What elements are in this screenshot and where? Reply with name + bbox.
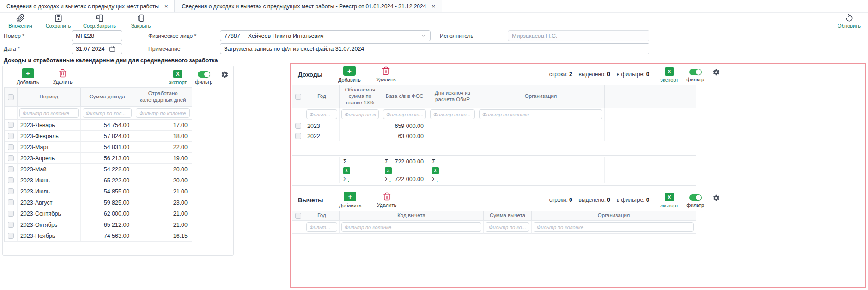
row-checkbox[interactable]: [8, 177, 14, 183]
close-button[interactable]: Закрыть: [128, 14, 154, 30]
column-header-organization[interactable]: Организация: [532, 211, 696, 220]
table-row[interactable]: 2023-Август 59 825.00 23.00: [5, 197, 192, 208]
row-checkbox[interactable]: [8, 133, 14, 139]
column-header-days[interactable]: Отработано календарных дней: [134, 88, 192, 106]
filter-input-deduction-sum[interactable]: [486, 222, 529, 232]
row-checkbox[interactable]: [8, 233, 14, 239]
row-checkbox[interactable]: [8, 199, 14, 205]
row-checkbox[interactable]: [8, 222, 14, 228]
save-button[interactable]: Сохранить: [45, 14, 71, 30]
table-row[interactable]: 2023-Октябрь 65 212.00 21.00: [5, 219, 192, 230]
add-row-button[interactable]: + Добавить: [17, 68, 39, 85]
filter-input-income[interactable]: [83, 108, 132, 118]
filter-toggle-button[interactable]: фильтр: [195, 70, 212, 85]
main-toolbar: Вложения Сохранить Сохр.Закрыть Закрыть: [0, 13, 868, 30]
deductions-delete-button[interactable]: Удалить: [377, 192, 396, 208]
filter-toggle[interactable]: [198, 71, 210, 78]
tab-close-icon[interactable]: ×: [164, 3, 168, 9]
deductions-filter-toggle-button[interactable]: фильтр: [686, 193, 704, 208]
incomes-delete-button[interactable]: Удалить: [376, 66, 396, 82]
table-row[interactable]: 2023-Январь 54 754.00 17.00: [5, 120, 192, 131]
tab-registry[interactable]: Сведения о доходах и вычетах с предыдущи…: [175, 0, 442, 12]
gear-icon[interactable]: [712, 194, 720, 202]
delete-row-button[interactable]: Удалить: [53, 69, 73, 85]
column-header-deduction-sum[interactable]: Сумма вычета: [484, 211, 532, 220]
filter-toggle[interactable]: [689, 194, 702, 201]
incomes-export-button[interactable]: X экспорт: [660, 67, 678, 83]
select-all-checkbox[interactable]: [8, 94, 14, 100]
row-checkbox[interactable]: [8, 144, 14, 150]
sum-icon[interactable]: Σ: [343, 158, 346, 165]
deductions-export-button[interactable]: X экспорт: [660, 193, 678, 208]
incomes-table: Год Облагаемая сумма по ставке 13% База …: [292, 85, 696, 141]
filter-input-taxable[interactable]: [341, 109, 379, 119]
row-checkbox[interactable]: [8, 122, 14, 128]
filter-input-base[interactable]: [383, 109, 426, 119]
incomes-add-button[interactable]: + Добавить: [338, 66, 361, 83]
sum-selected-icon[interactable]: Σ: [343, 167, 350, 174]
incomes-grid-controls: строки:2 выделено:0 в фильтре:0 X экспор…: [549, 67, 720, 83]
table-row[interactable]: 2023-Июнь 65 222.00 20.00: [5, 175, 192, 186]
filtered-count: 0: [646, 71, 649, 78]
filter-input-year[interactable]: [306, 109, 337, 119]
column-header-income[interactable]: Сумма дохода: [81, 88, 134, 106]
save-close-button[interactable]: Сохр.Закрыть: [83, 14, 116, 30]
filter-toggle[interactable]: [689, 69, 702, 75]
person-select[interactable]: 77887 Хейчеев Никита Игнатьевич: [220, 30, 431, 41]
select-all-checkbox[interactable]: [295, 213, 301, 219]
door-close-icon: [136, 14, 145, 23]
deductions-add-button[interactable]: + Добавить: [339, 192, 362, 208]
table-row[interactable]: 2023-Апрель 56 213.00 19.00: [5, 153, 192, 164]
table-row[interactable]: 2023-Май 54 222.00 20.00: [5, 164, 192, 175]
table-row[interactable]: 2023-Февраль 57 824.00 18.00: [5, 131, 192, 142]
tab-income-record[interactable]: Сведения о доходах и вычетах с предыдущи…: [0, 0, 175, 12]
filter-input-period[interactable]: [19, 108, 79, 118]
filter-input-deduction-code[interactable]: [341, 222, 481, 232]
table-row[interactable]: 2023-Ноябрь 74 563.00 16.15: [5, 230, 192, 242]
gear-icon[interactable]: [712, 68, 720, 76]
filter-input-days[interactable]: [136, 108, 190, 118]
table-row[interactable]: 2023-Сентябрь 62 000.00 21.00: [5, 208, 192, 219]
incomes-filter-toggle-button[interactable]: фильтр: [686, 67, 704, 82]
sum-icon[interactable]: Σ: [432, 158, 435, 165]
row-checkbox[interactable]: [295, 133, 301, 139]
row-checkbox[interactable]: [295, 123, 301, 129]
row-checkbox[interactable]: [8, 188, 14, 194]
chevron-down-icon[interactable]: [420, 33, 426, 39]
row-checkbox[interactable]: [8, 166, 14, 172]
filter-input-year[interactable]: [306, 222, 337, 232]
table-row[interactable]: 2023 659 000.00: [292, 121, 696, 131]
number-field[interactable]: [72, 30, 122, 41]
column-header-excl-days[interactable]: Дни исключ из расчета ОбиР: [428, 85, 477, 108]
column-header-taxable[interactable]: Облагаемая сумма по ставке 13%: [340, 85, 381, 108]
column-header-organization[interactable]: Организация: [477, 85, 605, 108]
filter-input-excl-days[interactable]: [430, 109, 475, 119]
filter-input-organization[interactable]: [479, 109, 602, 119]
sum-filtered-icon[interactable]: Σ▼: [432, 176, 438, 183]
column-header-period[interactable]: Период: [18, 88, 81, 106]
refresh-button[interactable]: Обновить: [838, 14, 861, 29]
filter-input-organization[interactable]: [534, 222, 694, 232]
select-all-checkbox[interactable]: [295, 94, 301, 100]
row-checkbox[interactable]: [8, 155, 14, 161]
tab-close-icon[interactable]: ×: [431, 3, 435, 9]
column-header-year[interactable]: Год: [304, 85, 340, 108]
sum-filtered-icon[interactable]: Σ▼: [343, 176, 350, 183]
gear-icon[interactable]: [221, 71, 229, 79]
date-field[interactable]: 31.07.2024: [72, 43, 122, 54]
note-field[interactable]: [220, 43, 649, 54]
table-row[interactable]: 2022 63 000.00: [292, 131, 696, 141]
sum-selected-icon[interactable]: Σ: [385, 167, 392, 174]
attachments-button[interactable]: Вложения: [7, 14, 33, 30]
sum-icon[interactable]: Σ: [385, 158, 388, 165]
sum-selected-icon[interactable]: Σ: [432, 167, 439, 174]
sum-filtered-icon[interactable]: Σ▼: [385, 176, 391, 183]
export-button[interactable]: X экспорт: [169, 70, 187, 85]
column-header-year[interactable]: Год: [304, 211, 340, 220]
table-row[interactable]: 2023-Март 54 831.00 22.00: [5, 142, 192, 153]
column-header-base[interactable]: База с/в в ФСС: [381, 85, 428, 108]
row-checkbox[interactable]: [8, 211, 14, 217]
table-row[interactable]: 2023-Июль 54 855.00 21.00: [5, 186, 192, 197]
calendar-icon[interactable]: [109, 46, 115, 52]
column-header-deduction-code[interactable]: Код вычета: [340, 211, 484, 220]
